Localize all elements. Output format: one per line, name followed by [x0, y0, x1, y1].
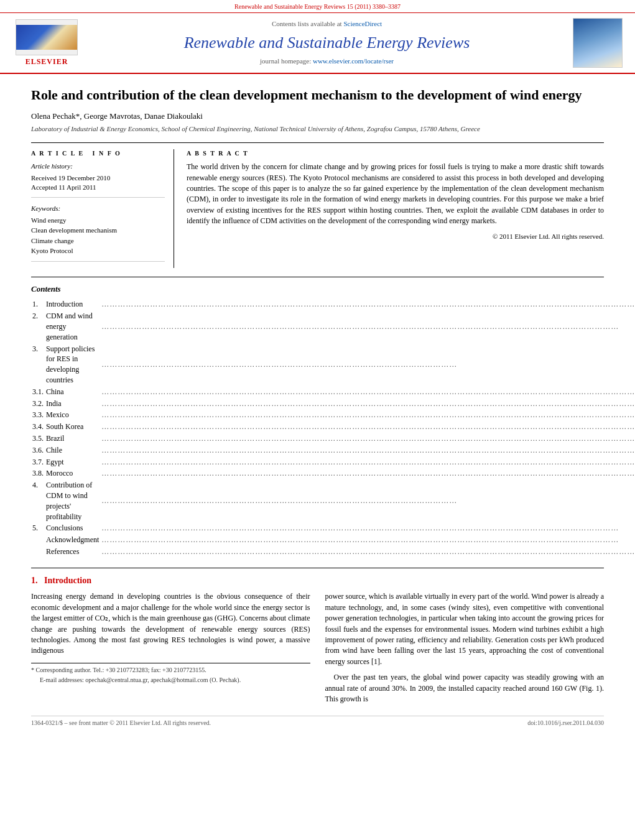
toc-item-3-2: 3.2. India ………………………………………………………………………………: [31, 398, 635, 410]
elsevier-label: ELSEVIER: [25, 57, 68, 67]
footnote-email: E-mail addresses: opechak@central.ntua.g…: [31, 676, 310, 685]
intro-right-para-2: Over the past ten years, the global wind…: [325, 672, 605, 704]
keywords-section: Keywords: Wind energy Clean development …: [31, 204, 165, 262]
toc-item-3-7: 3.7. Egypt ………………………………………………………………………………: [31, 456, 635, 468]
section-divider: [31, 568, 604, 568]
sciencedirect-link[interactable]: ScienceDirect: [343, 20, 382, 27]
contents-section: Contents 1. Introduction …………………………………………: [31, 277, 604, 558]
intro-left-para-1: Increasing energy demand in developing c…: [31, 591, 310, 656]
intro-right-para-1: power source, which is available virtual…: [325, 591, 605, 667]
article-title: Role and contribution of the clean devel…: [31, 86, 604, 104]
journal-cover-image: [573, 18, 623, 68]
footer-issn: 1364-0321/$ – see front matter © 2011 El…: [31, 719, 211, 727]
toc-item-1: 1. Introduction …………………………………………………………………: [31, 298, 635, 310]
main-content: Role and contribution of the clean devel…: [0, 74, 635, 740]
toc-item-ack: Acknowledgment ……………………………………………………………………: [31, 534, 635, 546]
toc-item-3-8: 3.8. Morocco …………………………………………………………………………: [31, 468, 635, 479]
keyword-3: Climate change: [31, 236, 165, 246]
received-date: Received 19 December 2010: [31, 173, 165, 183]
article-history-section: Article history: Received 19 December 20…: [31, 162, 165, 198]
keyword-2: Clean development mechanism: [31, 226, 165, 235]
keyword-4: Kyoto Protocol: [31, 246, 165, 256]
copyright-notice: © 2011 Elsevier Ltd. All rights reserved…: [187, 232, 604, 241]
toc-item-3-6: 3.6. Chile ………………………………………………………………………………: [31, 445, 635, 456]
keywords-label: Keywords:: [31, 204, 165, 213]
toc-item-3: 3. Support policies for RES in developin…: [31, 343, 635, 386]
page-footer: 1364-0321/$ – see front matter © 2011 El…: [31, 716, 604, 727]
section-1-title: 1. Introduction: [31, 575, 604, 587]
journal-citation-strip: Renewable and Sustainable Energy Reviews…: [0, 0, 635, 13]
introduction-section: 1. Introduction Increasing energy demand…: [31, 575, 604, 710]
article-info-header: A R T I C L E I N F O: [31, 149, 165, 158]
body-left-column: Increasing energy demand in developing c…: [31, 591, 310, 709]
toc-item-2: 2. CDM and wind energy generation …………………: [31, 310, 635, 343]
abstract-column: A B S T R A C T The world driven by the …: [187, 149, 604, 268]
body-right-column: power source, which is available virtual…: [325, 591, 605, 709]
toc-item-3-3: 3.3. Mexico ……………………………………………………………………………: [31, 409, 635, 421]
journal-title-block: Contents lists available at ScienceDirec…: [91, 19, 563, 66]
keywords-list: Wind energy Clean development mechanism …: [31, 216, 165, 256]
toc-item-3-1: 3.1. China ………………………………………………………………………………: [31, 386, 635, 398]
article-info-column: A R T I C L E I N F O Article history: R…: [31, 149, 174, 268]
footer-doi: doi:10.1016/j.rser.2011.04.030: [527, 719, 604, 727]
toc-item-3-5: 3.5. Brazil ……………………………………………………………………………: [31, 433, 635, 445]
elsevier-logo-image: [16, 19, 78, 55]
authors-text: Olena Pechak*, George Mavrotas, Danae Di…: [31, 111, 203, 121]
keyword-1: Wind energy: [31, 216, 165, 225]
accepted-date: Accepted 11 April 2011: [31, 183, 165, 192]
abstract-text: The world driven by the concern for clim…: [187, 162, 604, 226]
toc-item-3-4: 3.4. South Korea ………………………………………………………………: [31, 421, 635, 433]
info-abstract-section: A R T I C L E I N F O Article history: R…: [31, 142, 604, 268]
journal-homepage-line: journal homepage: www.elsevier.com/locat…: [91, 57, 563, 66]
elsevier-logo: ELSEVIER: [12, 19, 81, 67]
abstract-header: A B S T R A C T: [187, 149, 604, 158]
journal-citation-text: Renewable and Sustainable Energy Reviews…: [234, 3, 401, 10]
toc-item-4: 4. Contribution of CDM to wind projects'…: [31, 479, 635, 522]
history-label: Article history:: [31, 162, 165, 171]
toc-table: 1. Introduction …………………………………………………………………: [31, 298, 635, 557]
body-two-columns: Increasing energy demand in developing c…: [31, 591, 604, 709]
toc-item-5: 5. Conclusions ……………………………………………………………………: [31, 522, 635, 534]
journal-url[interactable]: www.elsevier.com/locate/rser: [313, 57, 394, 65]
toc-item-ref: References ………………………………………………………………………………: [31, 546, 635, 558]
contents-title: Contents: [31, 284, 604, 295]
contents-available-text: Contents lists available at ScienceDirec…: [91, 19, 563, 29]
authors-line: Olena Pechak*, George Mavrotas, Danae Di…: [31, 111, 604, 122]
affiliation-text: Laboratory of Industrial & Energy Econom…: [31, 124, 604, 134]
journal-main-title: Renewable and Sustainable Energy Reviews: [91, 32, 563, 54]
journal-header: ELSEVIER Contents lists available at Sci…: [0, 13, 635, 74]
footnote-corresponding: * Corresponding author. Tel.: +30 210772…: [31, 666, 310, 675]
footnotes-section: * Corresponding author. Tel.: +30 210772…: [31, 663, 310, 685]
